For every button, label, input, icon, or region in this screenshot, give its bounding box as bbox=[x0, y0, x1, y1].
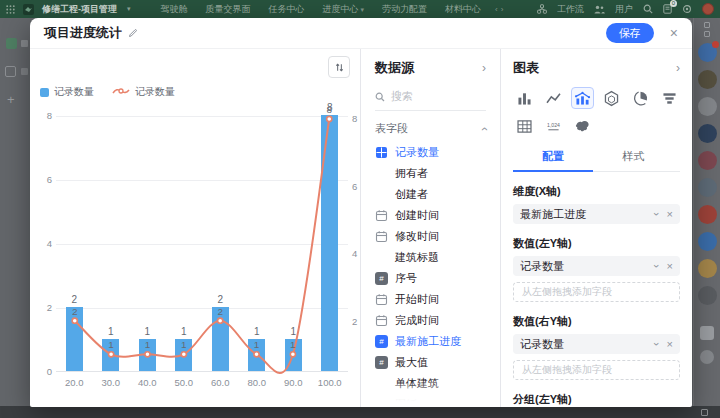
left-y-field-select[interactable]: 记录数量 bbox=[513, 256, 680, 276]
chart-type-map-icon[interactable] bbox=[571, 115, 594, 137]
chart-type-pie-icon[interactable] bbox=[629, 87, 652, 109]
field-item[interactable]: 开始时间 bbox=[375, 289, 486, 310]
notes-icon: 0 bbox=[663, 4, 672, 14]
chevron-right-icon[interactable] bbox=[676, 61, 680, 75]
field-item[interactable]: #序号 bbox=[375, 268, 486, 289]
y-axis-tick-left: 0 bbox=[32, 366, 52, 377]
field-item[interactable]: 单体建筑 bbox=[375, 373, 486, 394]
dock-app-icon bbox=[698, 259, 717, 278]
field-item[interactable]: 创建时间 bbox=[375, 205, 486, 226]
remove-icon[interactable] bbox=[667, 208, 673, 220]
y-axis-tick-left: 2 bbox=[32, 302, 52, 313]
field-item[interactable]: 图纸 bbox=[375, 394, 486, 407]
bottom-bar-icon bbox=[701, 409, 708, 416]
chart-type-line-icon[interactable] bbox=[542, 87, 565, 109]
search-input[interactable]: 搜索 bbox=[375, 89, 486, 111]
dock-app-icon bbox=[698, 178, 717, 197]
sort-toggle-button[interactable] bbox=[328, 56, 350, 78]
field-item[interactable]: 完成时间 bbox=[375, 310, 486, 331]
field-item[interactable]: 创建者 bbox=[375, 184, 486, 205]
x-axis-tick: 100.0 bbox=[312, 377, 349, 388]
nav-scroll-icons: ‹› bbox=[495, 5, 506, 14]
chart-type-number-icon[interactable]: 1,024 bbox=[542, 115, 565, 137]
chart-legend: 记录数量 记录数量 bbox=[40, 85, 175, 99]
x-axis-tick: 20.0 bbox=[56, 377, 93, 388]
field-item[interactable]: 建筑标题 bbox=[375, 247, 486, 268]
app-launcher-icon bbox=[6, 5, 15, 14]
svg-text:2: 2 bbox=[72, 306, 78, 317]
select-value: 最新施工进度 bbox=[520, 207, 655, 222]
field-label: 开始时间 bbox=[395, 292, 439, 307]
datasource-panel: 数据源 搜索 表字段 记录数量拥有者创建者创建时间修改时间建筑标题#序号开始时间… bbox=[360, 49, 500, 407]
table-field-icon bbox=[375, 146, 388, 159]
dock-app-icon bbox=[698, 151, 717, 170]
field-label: 修改时间 bbox=[395, 229, 439, 244]
chevron-up-icon bbox=[477, 127, 491, 131]
legend-line-swatch bbox=[112, 86, 130, 98]
svg-text:1: 1 bbox=[145, 339, 151, 350]
field-item[interactable]: 拥有者 bbox=[375, 163, 486, 184]
field-label: 创建时间 bbox=[395, 208, 439, 223]
y-axis-tick-left: 6 bbox=[32, 174, 52, 185]
field-label: 建筑标题 bbox=[395, 250, 439, 265]
legend-item-bar[interactable]: 记录数量 bbox=[40, 85, 94, 99]
chart-type-funnel-icon[interactable] bbox=[658, 87, 681, 109]
notification-badge bbox=[712, 41, 719, 48]
table-app-icon bbox=[6, 38, 17, 49]
field-label: 拥有者 bbox=[395, 166, 428, 181]
chevron-down-icon bbox=[651, 212, 663, 216]
chart-plot[interactable]: 024682468220.0130.0140.0150.0260.0180.01… bbox=[56, 116, 348, 372]
select-value: 记录数量 bbox=[520, 337, 655, 352]
legend-bar-swatch bbox=[40, 88, 49, 97]
x-axis-tick: 80.0 bbox=[239, 377, 276, 388]
close-icon[interactable]: × bbox=[670, 26, 678, 40]
dock-app-icon bbox=[698, 70, 717, 89]
y-axis-tick-left: 8 bbox=[32, 110, 52, 121]
gear-icon bbox=[682, 4, 692, 14]
search-icon bbox=[643, 4, 653, 14]
chevron-right-icon[interactable] bbox=[482, 61, 486, 75]
field-label: 完成时间 bbox=[395, 313, 439, 328]
save-button[interactable]: 保存 bbox=[606, 23, 654, 43]
field-item[interactable]: #最新施工进度 bbox=[375, 331, 486, 352]
dock-app-icon bbox=[698, 97, 717, 116]
chart-type-combo-icon[interactable] bbox=[571, 87, 594, 109]
calendar-icon bbox=[375, 293, 388, 306]
table-fields-section[interactable]: 表字段 bbox=[375, 121, 486, 136]
x-axis-tick: 30.0 bbox=[93, 377, 130, 388]
nav-item: 驾驶舱 bbox=[161, 3, 188, 16]
right-y-field-select[interactable]: 记录数量 bbox=[513, 334, 680, 354]
field-label: 最新施工进度 bbox=[395, 334, 461, 349]
config-tabs: 配置 样式 bbox=[513, 149, 680, 172]
edit-title-icon[interactable] bbox=[128, 28, 138, 38]
chart-editor-modal: 项目进度统计 保存 × 记录数量 记录 bbox=[30, 18, 692, 407]
left-y-drop-zone[interactable]: 从左侧拖拽添加字段 bbox=[513, 282, 680, 302]
chart-type-table-icon[interactable] bbox=[513, 115, 536, 137]
chevron-down-icon: ▾ bbox=[127, 5, 131, 13]
field-label: 记录数量 bbox=[395, 145, 439, 160]
dock-app-icon bbox=[698, 286, 717, 305]
users-label: 用户 bbox=[615, 3, 633, 16]
workspace-logo bbox=[23, 4, 34, 15]
svg-text:8: 8 bbox=[326, 104, 332, 115]
remove-icon[interactable] bbox=[667, 260, 673, 272]
field-item[interactable]: #最大值 bbox=[375, 352, 486, 373]
chart-type-radar-icon[interactable] bbox=[600, 87, 623, 109]
right-y-drop-zone[interactable]: 从左侧拖拽添加字段 bbox=[513, 360, 680, 380]
group-label-x-axis: 维度(X轴) bbox=[513, 184, 680, 199]
dock-app-list bbox=[694, 43, 720, 305]
field-item[interactable]: 记录数量 bbox=[375, 142, 486, 163]
field-item[interactable]: 修改时间 bbox=[375, 226, 486, 247]
chart-type-bar-icon[interactable] bbox=[513, 87, 536, 109]
x-axis-field-select[interactable]: 最新施工进度 bbox=[513, 204, 680, 224]
add-icon bbox=[7, 92, 15, 107]
screen: 修缮工程-项目管理 ▾ 驾驶舱质量交界面任务中心进度中心▾劳动力配置材料中心 ‹… bbox=[0, 0, 720, 418]
remove-icon[interactable] bbox=[667, 338, 673, 350]
tab-style[interactable]: 样式 bbox=[593, 149, 673, 171]
legend-item-line[interactable]: 记录数量 bbox=[112, 85, 175, 99]
calendar-icon bbox=[375, 209, 388, 222]
tab-config[interactable]: 配置 bbox=[513, 149, 593, 171]
svg-text:1: 1 bbox=[290, 339, 296, 350]
sidebar-text-blur bbox=[21, 40, 28, 47]
section-label: 表字段 bbox=[375, 121, 408, 136]
